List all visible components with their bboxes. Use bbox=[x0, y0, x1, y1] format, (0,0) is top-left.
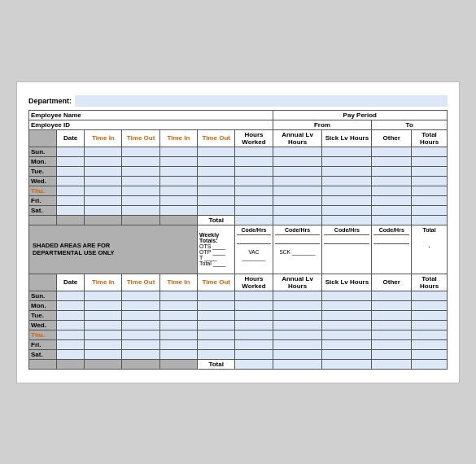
total-label-2: Total bbox=[198, 359, 235, 369]
col2-annual: Annual Lv Hours bbox=[273, 274, 322, 291]
code-cell-4: Code/Hrs bbox=[372, 225, 412, 274]
timesheet-table: Employee Name Pay Period Employee ID Fro… bbox=[28, 110, 448, 370]
table-row: Sun. bbox=[29, 291, 448, 300]
day-wed: Wed. bbox=[29, 176, 57, 186]
day2-sun: Sun. bbox=[29, 291, 57, 300]
col2-other: Other bbox=[372, 274, 412, 291]
col2-day bbox=[29, 274, 57, 291]
day2-thu: Thu. bbox=[29, 330, 57, 339]
day2-sat: Sat. bbox=[29, 349, 57, 359]
table-row: Tue. bbox=[29, 310, 448, 320]
day-thu: Thu. bbox=[29, 186, 57, 195]
day2-mon: Mon. bbox=[29, 300, 57, 310]
col2-timein2: Time In bbox=[159, 274, 197, 291]
day2-tue: Tue. bbox=[29, 310, 57, 320]
col-timein: Time In bbox=[85, 129, 122, 147]
table-row: Mon. bbox=[29, 156, 448, 166]
col-hours: Hours Worked bbox=[235, 129, 273, 147]
col-timein2: Time In bbox=[159, 129, 197, 147]
total-row-2: Total bbox=[29, 359, 448, 369]
table-row: Sun. bbox=[29, 147, 448, 156]
weekly-totals-cell: Weekly Totals: OTS ____ OTP ____ T ____ … bbox=[198, 225, 235, 274]
table-row: Wed. bbox=[29, 320, 448, 330]
table-row: Sat. bbox=[29, 349, 448, 359]
table-row: Fri. bbox=[29, 339, 448, 349]
col-sick: Sick Lv Hours bbox=[322, 129, 372, 147]
pay-period-header: Pay Period bbox=[273, 110, 447, 120]
col2-sick: Sick Lv Hours bbox=[322, 274, 372, 291]
code-cell-1: Code/Hrs VAC ________ bbox=[235, 225, 273, 274]
col2-timein: Time In bbox=[85, 274, 122, 291]
employee-id-header: Employee ID bbox=[29, 120, 273, 129]
col-timeout: Time Out bbox=[122, 129, 159, 147]
day-tue: Tue. bbox=[29, 166, 57, 176]
shaded-info: SHADED AREAS ARE FOR DEPARTMENTAL USE ON… bbox=[29, 225, 198, 274]
col2-hours: Hours Worked bbox=[235, 274, 273, 291]
table-row: Sat. bbox=[29, 205, 448, 215]
employee-name-header: Employee Name bbox=[29, 110, 273, 120]
department-label: Department: bbox=[28, 97, 72, 105]
col-other: Other bbox=[372, 129, 412, 147]
total-row-1: Total bbox=[29, 215, 448, 225]
table-row: Mon. bbox=[29, 300, 448, 310]
col-annual: Annual Lv Hours bbox=[273, 129, 322, 147]
department-input[interactable] bbox=[75, 95, 448, 107]
table-row: Tue. bbox=[29, 166, 448, 176]
from-header: From bbox=[273, 120, 372, 129]
table-row: Thu. bbox=[29, 330, 448, 339]
to-header: To bbox=[372, 120, 448, 129]
code-cell-3: Code/Hrs bbox=[322, 225, 372, 274]
day2-fri: Fri. bbox=[29, 339, 57, 349]
table-row: Fri. bbox=[29, 195, 448, 205]
col2-total: Total Hours bbox=[412, 274, 448, 291]
code-total: Total . bbox=[412, 225, 448, 274]
day-fri: Fri. bbox=[29, 195, 57, 205]
day-sat: Sat. bbox=[29, 205, 57, 215]
col-timeout2: Time Out bbox=[198, 129, 235, 147]
code-cell-2: Code/Hrs SCK ________ bbox=[273, 225, 322, 274]
total-label-1: Total bbox=[198, 215, 235, 225]
col2-timeout: Time Out bbox=[122, 274, 159, 291]
section2-col-headers: Date Time In Time Out Time In Time Out H… bbox=[29, 274, 448, 291]
day2-wed: Wed. bbox=[29, 320, 57, 330]
col2-timeout2: Time Out bbox=[198, 274, 235, 291]
day-mon: Mon. bbox=[29, 156, 57, 166]
table-row: Wed. bbox=[29, 176, 448, 186]
col-date: Date bbox=[57, 129, 85, 147]
shaded-row: SHADED AREAS ARE FOR DEPARTMENTAL USE ON… bbox=[29, 225, 448, 274]
col-day bbox=[29, 129, 57, 147]
col-total: Total Hours bbox=[412, 129, 448, 147]
table-row: Thu. bbox=[29, 186, 448, 195]
col2-date: Date bbox=[57, 274, 85, 291]
timesheet-page: Department: Employee Name Pay Period Emp… bbox=[16, 81, 460, 383]
day-sun: Sun. bbox=[29, 147, 57, 156]
department-row: Department: bbox=[28, 95, 448, 107]
